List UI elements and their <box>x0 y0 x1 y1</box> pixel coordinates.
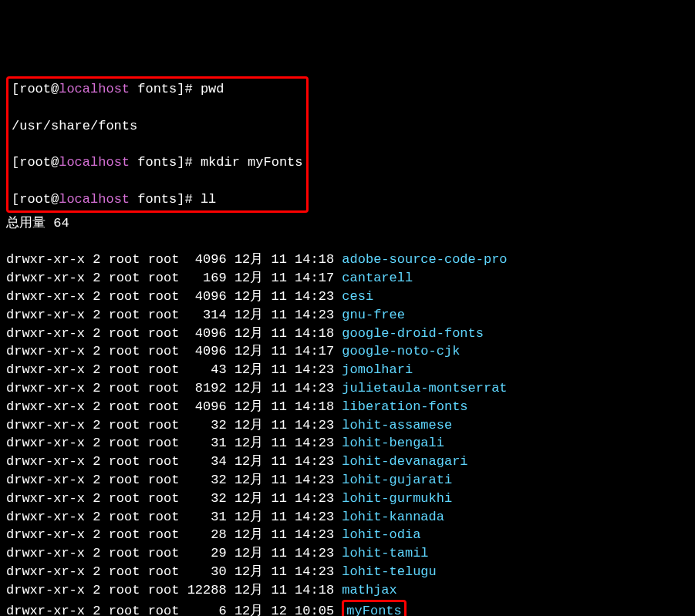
file-size: 4096 <box>187 326 227 341</box>
file-size: 31 <box>187 436 227 450</box>
file-size: 32 <box>187 418 227 433</box>
file-time: 14:17 <box>295 271 334 285</box>
file-size: 34 <box>187 454 227 469</box>
file-links: 2 <box>93 399 100 414</box>
file-owner: root <box>109 454 140 469</box>
file-owner: root <box>109 564 140 579</box>
file-owner: root <box>109 326 140 341</box>
file-day: 11 <box>272 326 287 341</box>
file-time: 14:18 <box>295 583 334 597</box>
file-group: root <box>148 289 180 304</box>
file-day: 11 <box>272 289 287 304</box>
file-group: root <box>148 418 180 433</box>
file-day: 11 <box>272 583 287 597</box>
command-pwd: pwd <box>201 82 224 96</box>
file-owner: root <box>109 289 140 304</box>
file-month: 12月 <box>234 418 263 433</box>
list-row: drwxr-xr-x 2 root root 32 12月 11 14:23 l… <box>6 490 689 508</box>
list-row: drwxr-xr-x 2 root root 6 12月 12 10:05 my… <box>6 600 689 617</box>
file-group: root <box>148 583 180 597</box>
file-size: 6 <box>187 604 227 617</box>
prompt-line-mkdir[interactable]: [root@localhost fonts]# mkdir myFonts <box>12 153 303 172</box>
file-perms: drwxr-xr-x <box>6 564 85 579</box>
file-group: root <box>148 473 180 487</box>
file-owner: root <box>109 418 140 433</box>
file-day: 11 <box>272 564 287 579</box>
file-size: 4096 <box>187 399 227 414</box>
file-name: lohit-bengali <box>342 436 444 450</box>
file-day: 11 <box>272 473 287 487</box>
file-name: lohit-gujarati <box>342 473 452 487</box>
file-name: lohit-assamese <box>342 418 452 433</box>
file-name: myFonts <box>346 604 401 617</box>
list-row: drwxr-xr-x 2 root root 169 12月 11 14:17 … <box>6 269 689 288</box>
commands-highlight-box: [root@localhost fonts]# pwd /usr/share/f… <box>6 76 309 213</box>
file-size: 4096 <box>187 344 227 358</box>
pwd-output: /usr/share/fonts <box>12 117 303 136</box>
file-owner: root <box>109 308 140 322</box>
file-links: 2 <box>93 308 100 322</box>
file-month: 12月 <box>234 546 263 560</box>
list-row: drwxr-xr-x 2 root root 43 12月 11 14:23 j… <box>6 361 689 379</box>
file-size: 29 <box>187 546 227 560</box>
file-size: 32 <box>187 491 227 506</box>
file-size: 4096 <box>187 252 227 267</box>
file-links: 2 <box>93 344 100 358</box>
prompt-host: localhost <box>59 82 130 96</box>
file-perms: drwxr-xr-x <box>6 418 85 433</box>
file-name: lohit-odia <box>342 527 420 542</box>
file-perms: drwxr-xr-x <box>6 252 85 267</box>
file-group: root <box>148 564 180 579</box>
file-owner: root <box>109 546 140 560</box>
prompt-line-ll[interactable]: [root@localhost fonts]# ll <box>12 190 303 209</box>
file-month: 12月 <box>234 436 263 450</box>
prompt-line-pwd[interactable]: [root@localhost fonts]# pwd <box>12 80 303 99</box>
file-perms: drwxr-xr-x <box>6 510 85 524</box>
file-time: 14:18 <box>295 326 334 341</box>
file-group: root <box>148 308 180 322</box>
file-name: gnu-free <box>342 308 405 322</box>
file-owner: root <box>109 344 140 358</box>
list-row: drwxr-xr-x 2 root root 34 12月 11 14:23 l… <box>6 453 689 471</box>
file-owner: root <box>109 381 140 396</box>
list-row: drwxr-xr-x 2 root root 4096 12月 11 14:17… <box>6 342 689 361</box>
file-links: 2 <box>93 583 100 597</box>
file-owner: root <box>109 473 140 487</box>
file-month: 12月 <box>234 510 263 524</box>
file-time: 14:23 <box>295 436 334 450</box>
file-month: 12月 <box>234 583 263 597</box>
file-day: 11 <box>272 546 287 560</box>
file-size: 30 <box>187 564 227 579</box>
file-links: 2 <box>93 454 100 469</box>
file-perms: drwxr-xr-x <box>6 546 85 560</box>
file-month: 12月 <box>234 399 263 414</box>
file-links: 2 <box>93 473 100 487</box>
file-group: root <box>148 527 180 542</box>
prompt-at: @ <box>51 82 59 96</box>
file-size: 12288 <box>187 583 227 597</box>
file-name: adobe-source-code-pro <box>342 252 507 267</box>
file-time: 14:23 <box>295 454 334 469</box>
file-links: 2 <box>93 436 100 450</box>
list-row: drwxr-xr-x 2 root root 4096 12月 11 14:18… <box>6 251 689 269</box>
file-month: 12月 <box>234 473 263 487</box>
file-owner: root <box>109 604 140 617</box>
file-group: root <box>148 326 180 341</box>
file-links: 2 <box>93 418 100 433</box>
file-links: 2 <box>93 546 100 560</box>
list-row: drwxr-xr-x 2 root root 4096 12月 11 14:18… <box>6 325 689 343</box>
file-perms: drwxr-xr-x <box>6 491 85 506</box>
file-links: 2 <box>93 604 100 617</box>
file-links: 2 <box>93 491 100 506</box>
file-day: 11 <box>272 308 287 322</box>
file-month: 12月 <box>234 326 263 341</box>
file-time: 14:17 <box>295 344 334 358</box>
file-name: jomolhari <box>342 362 413 377</box>
list-row: drwxr-xr-x 2 root root 28 12月 11 14:23 l… <box>6 526 689 544</box>
prompt-user: root <box>19 82 51 96</box>
list-row: drwxr-xr-x 2 root root 4096 12月 11 14:18… <box>6 398 689 416</box>
file-group: root <box>148 491 180 506</box>
file-month: 12月 <box>234 564 263 579</box>
file-owner: root <box>109 491 140 506</box>
file-day: 12 <box>272 604 287 617</box>
